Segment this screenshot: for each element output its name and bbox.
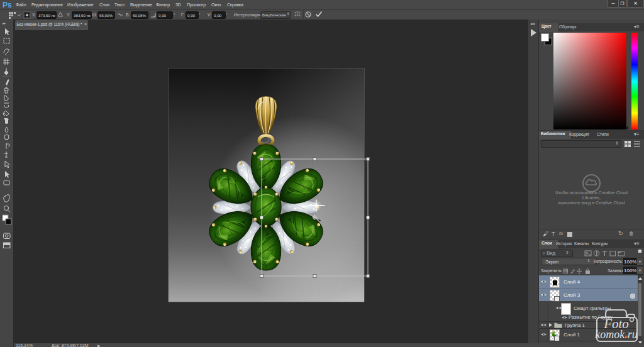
svg-text:komok.ru: komok.ru [595, 328, 637, 341]
